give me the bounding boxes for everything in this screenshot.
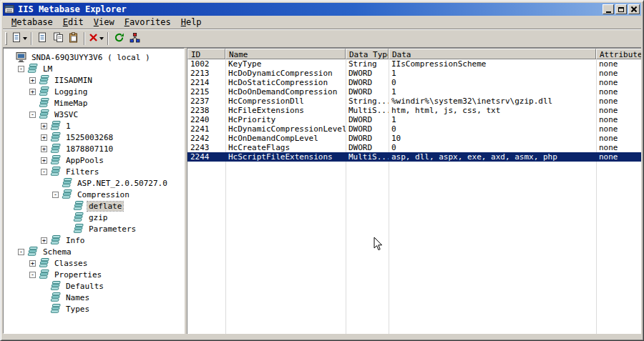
table-row[interactable]: 2243HcCreateFlagsDWORD0none [187, 143, 641, 152]
tree-item-w3svc[interactable]: -W3SVC [4, 109, 184, 120]
tree-item-types[interactable]: Types [4, 303, 184, 315]
menu-help[interactable]: Help [176, 16, 207, 29]
tree-item-label[interactable]: Schema [42, 247, 73, 257]
dropdown-arrow-icon[interactable] [99, 37, 104, 40]
tree-item-info[interactable]: +Info [4, 234, 184, 246]
tree-item-label[interactable]: LM [42, 64, 54, 74]
table-row[interactable]: 2237HcCompressionDllString...%windir%\sy… [187, 97, 641, 106]
menu-favorites[interactable]: Favorites [119, 16, 176, 29]
tree-item-logging[interactable]: +Logging [4, 86, 184, 97]
tree-item-1878807110[interactable]: +1878807110 [4, 143, 184, 154]
tree-item-label[interactable]: Names [64, 293, 91, 302]
tree-item-label[interactable]: Logging [53, 87, 89, 97]
tree-item-properties[interactable]: -Properties [4, 269, 184, 280]
collapse-toggle-icon[interactable]: - [18, 66, 24, 72]
copy-button[interactable] [50, 31, 66, 46]
tree-item-label[interactable]: ASP.NET_2.0.50727.0 [76, 179, 169, 188]
toggle-spacer [41, 309, 50, 310]
tree-item-label[interactable]: IISADMIN [53, 76, 94, 85]
tree-item-label[interactable]: 1525003268 [64, 133, 114, 142]
expand-toggle-icon[interactable]: + [41, 123, 47, 129]
tree-item-label[interactable]: 1878807110 [64, 144, 114, 154]
table-row[interactable]: 2240HcPriorityDWORD1none [187, 115, 641, 124]
tree-item-parameters[interactable]: Parameters [4, 223, 184, 234]
tree-item-defaults[interactable]: Defaults [4, 280, 184, 292]
tree-item-apppools[interactable]: +AppPools [4, 154, 184, 166]
toolbar-separator [31, 32, 32, 45]
collapse-toggle-icon[interactable]: - [29, 272, 36, 278]
tree-item-schema[interactable]: -Schema [4, 246, 184, 257]
tree-item-gzip[interactable]: gzip [4, 212, 184, 223]
metabase-key-icon [27, 64, 39, 74]
tree-item-compression[interactable]: -Compression [4, 189, 184, 200]
new-value-button[interactable] [34, 31, 50, 46]
column-header-attributes[interactable]: Attributes [596, 49, 641, 59]
table-cell: 2215 [187, 87, 225, 97]
titlebar[interactable]: IIS Metabase Explorer [3, 3, 641, 16]
tree-item-label[interactable]: gzip [87, 213, 109, 222]
tree-item-label[interactable]: Properties [53, 270, 103, 280]
close-button[interactable] [628, 4, 640, 14]
paste-button[interactable] [66, 31, 82, 46]
tree-item-label[interactable]: W3SVC [53, 110, 79, 119]
table-row[interactable]: 1002KeyTypeStringIIsCompressionSchemenon… [187, 59, 641, 69]
table-row[interactable]: 2244HcScriptFileExtensionsMultiS...asp, … [187, 152, 641, 162]
tree-item-label[interactable]: deflate [87, 202, 123, 211]
tree-item-label[interactable]: Info [64, 236, 87, 245]
tree-item-label[interactable]: SNDA-69Q3UYY3V6 ( local ) [30, 53, 152, 62]
table-row[interactable]: 2238HcFileExtensionsMultiS...htm, html, … [187, 106, 641, 115]
tree-item-label[interactable]: Filters [64, 167, 100, 177]
tree-item-deflate[interactable]: deflate [4, 200, 184, 212]
tree-item-iisadmin[interactable]: +IISADMIN [4, 74, 184, 86]
collapse-toggle-icon[interactable]: - [29, 112, 36, 118]
connect-button[interactable] [127, 31, 142, 46]
collapse-toggle-icon[interactable]: - [41, 169, 47, 175]
minimize-button[interactable] [602, 4, 614, 14]
expand-toggle-icon[interactable]: + [41, 237, 47, 244]
tree-item-filters[interactable]: -Filters [4, 166, 184, 177]
column-header-data[interactable]: Data [389, 49, 596, 59]
tree-item-mimemap[interactable]: MimeMap [4, 97, 184, 109]
collapse-toggle-icon[interactable]: - [52, 192, 59, 198]
table-cell: 2213 [187, 69, 225, 78]
expand-toggle-icon[interactable]: + [29, 260, 36, 267]
tree-item-names[interactable]: Names [4, 292, 184, 303]
tree-item-1525003268[interactable]: +1525003268 [4, 132, 184, 143]
table-row[interactable]: 2214HcDoStaticCompressionDWORD0none [187, 78, 641, 87]
column-header-data-type[interactable]: Data Type [346, 49, 389, 59]
table-row[interactable]: 2242HcOnDemandCompLevelDWORD10none [187, 134, 641, 143]
expand-toggle-icon[interactable]: + [41, 134, 47, 141]
table-row[interactable]: 2215HcDoOnDemandCompressionDWORD1none [187, 87, 641, 97]
toolbar-grip[interactable] [5, 32, 7, 45]
tree-item-snda-69q3uyy3v6-local[interactable]: SNDA-69Q3UYY3V6 ( local ) [4, 51, 184, 63]
delete-button[interactable] [87, 31, 105, 46]
collapse-toggle-icon[interactable]: - [18, 249, 24, 255]
menu-metabase[interactable]: Metabase [6, 16, 58, 29]
tree-item-label[interactable]: Defaults [64, 282, 105, 291]
tree-item-label[interactable]: Compression [76, 190, 131, 199]
tree-item-classes[interactable]: +Classes [4, 257, 184, 269]
tree-item-label[interactable]: Classes [53, 259, 89, 268]
menu-edit[interactable]: Edit [58, 16, 89, 29]
tree-item-label[interactable]: AppPools [64, 156, 105, 165]
expand-toggle-icon[interactable]: + [29, 77, 36, 84]
expand-toggle-icon[interactable]: + [29, 89, 36, 95]
column-header-name[interactable]: Name [225, 49, 346, 59]
tree-item-label[interactable]: MimeMap [53, 99, 89, 108]
tree-item-label[interactable]: Parameters [87, 224, 137, 234]
table-row[interactable]: 2241HcDynamicCompressionLevelDWORD0none [187, 124, 641, 134]
dropdown-arrow-icon[interactable] [23, 37, 27, 40]
tree-item-1[interactable]: +1 [4, 120, 184, 132]
column-header-id[interactable]: ID [187, 49, 225, 59]
expand-toggle-icon[interactable]: + [41, 146, 47, 152]
tree-item-asp-net-2-0-50727-0[interactable]: ASP.NET_2.0.50727.0 [4, 177, 184, 189]
expand-toggle-icon[interactable]: + [41, 157, 47, 164]
table-row[interactable]: 2213HcDoDynamicCompressionDWORD1none [187, 69, 641, 78]
new-key-button[interactable] [10, 31, 29, 46]
tree-item-label[interactable]: Types [64, 305, 91, 314]
tree-item-label[interactable]: 1 [64, 122, 72, 131]
refresh-button[interactable] [111, 31, 127, 46]
tree-item-lm[interactable]: -LM [4, 63, 184, 74]
maximize-button[interactable] [615, 4, 627, 14]
menu-view[interactable]: View [89, 16, 119, 29]
